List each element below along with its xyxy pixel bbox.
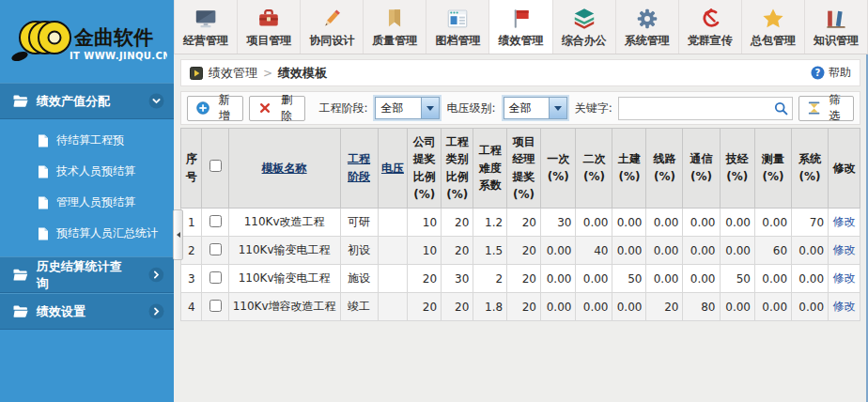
- tab-collab-design[interactable]: 协同设计: [301, 0, 364, 54]
- tab-project-mgmt[interactable]: 项目管理: [238, 0, 301, 54]
- cell-template-name: 110Kv增容改造工程: [228, 293, 340, 321]
- tab-quality-mgmt[interactable]: 质量管理: [364, 0, 426, 54]
- cell-line: 0.00: [646, 265, 683, 293]
- sidebar-item-pending-settlement[interactable]: 待结算工程预: [0, 125, 174, 156]
- cell-company-ratio: 20: [408, 265, 442, 293]
- col-tech-econ: 技经(%): [720, 129, 754, 209]
- cell-seq: 3: [181, 265, 202, 293]
- breadcrumb-separator: >: [263, 67, 272, 80]
- sidebar-group-performance-output[interactable]: 绩效产值分配: [0, 83, 174, 119]
- tab-general-office[interactable]: 综合办公: [553, 0, 616, 54]
- sidebar-item-presettlement-summary[interactable]: 预结算人员汇总统计: [0, 218, 174, 249]
- filter-button-label: 筛选: [825, 92, 845, 124]
- cell-select: [202, 237, 228, 265]
- voltage-filter-value: 全部: [504, 98, 549, 118]
- sidebar-group-history-stats[interactable]: 历史结算统计查询: [0, 256, 174, 293]
- cell-civil: 0.00: [612, 237, 646, 265]
- cell-pm-bonus: 20: [507, 293, 541, 321]
- cell-secondary: 0.00: [576, 209, 612, 237]
- tab-business-mgmt[interactable]: 经营管理: [175, 0, 238, 54]
- sort-stage[interactable]: 工程阶段: [348, 152, 370, 183]
- sidebar-group-label: 历史结算统计查询: [37, 258, 132, 292]
- cell-stage: 施设: [340, 265, 378, 293]
- sidebar-group-performance-settings[interactable]: 绩效设置: [0, 293, 174, 330]
- row-checkbox[interactable]: [209, 300, 222, 312]
- help-button[interactable]: ? 帮助: [811, 65, 851, 81]
- delete-button[interactable]: 删除: [249, 96, 305, 121]
- keyword-input-wrap: [618, 97, 793, 120]
- sidebar-item-label: 技术人员预结算: [56, 163, 135, 179]
- cell-voltage: [378, 293, 408, 321]
- sidebar-item-tech-presettlement[interactable]: 技术人员预结算: [0, 156, 174, 187]
- browser-window-icon: [445, 5, 470, 31]
- cell-seq: 1: [181, 209, 202, 237]
- edit-link[interactable]: 修改: [833, 271, 856, 285]
- monitor-icon: [194, 5, 218, 31]
- sidebar-filler: [0, 330, 174, 402]
- layers-icon: [572, 5, 597, 31]
- stage-filter-value: 全部: [376, 98, 420, 118]
- cell-civil: 50: [612, 265, 646, 293]
- tab-party-publicity[interactable]: 党群宣传: [679, 0, 742, 54]
- sidebar-item-label: 管理人员预结算: [56, 194, 135, 210]
- cell-voltage: [378, 265, 408, 293]
- voltage-filter-select[interactable]: 全部: [504, 97, 567, 119]
- brand-name: 金曲软件: [73, 26, 153, 49]
- keyword-input[interactable]: [618, 97, 793, 120]
- col-comm: 通信(%): [683, 129, 720, 209]
- sort-template-name[interactable]: 模板名称: [262, 162, 307, 175]
- row-checkbox[interactable]: [209, 215, 222, 227]
- tab-performance-mgmt[interactable]: 绩效管理: [489, 0, 552, 54]
- cell-tech-econ: 0.00: [720, 209, 754, 237]
- row-checkbox[interactable]: [209, 243, 222, 255]
- sidebar-item-manager-presettlement[interactable]: 管理人员预结算: [0, 187, 174, 218]
- brand-logo: 金曲软件 IT WWW.JINQU.CN: [0, 0, 174, 83]
- cell-comm: 0.00: [683, 265, 720, 293]
- keyword-label: 关键字:: [575, 100, 612, 116]
- cell-stage: 竣工: [340, 293, 378, 321]
- cell-pm-bonus: 20: [507, 265, 541, 293]
- help-icon: ?: [811, 66, 825, 80]
- tab-system-mgmt[interactable]: 系统管理: [616, 0, 679, 54]
- edit-link[interactable]: 修改: [833, 243, 856, 256]
- cell-pm-bonus: 20: [507, 237, 541, 265]
- jinqu-logo-icon: 金曲软件 IT WWW.JINQU.CN: [8, 14, 167, 69]
- cell-template-name: 110Kv输变电工程: [228, 265, 340, 293]
- cell-survey: 0.00: [754, 293, 791, 321]
- cell-seq: 2: [181, 237, 202, 265]
- col-secondary: 二次(%): [576, 129, 612, 209]
- file-icon: [38, 227, 49, 240]
- cell-system: 0.00: [792, 293, 829, 321]
- chevron-down-icon: [549, 98, 566, 118]
- cell-primary: 0.00: [540, 293, 575, 321]
- edit-link[interactable]: 修改: [833, 215, 856, 228]
- select-all-checkbox[interactable]: [209, 160, 222, 172]
- filter-button[interactable]: 筛选: [798, 96, 854, 121]
- sidebar-group-label: 绩效设置: [37, 303, 85, 320]
- tab-general-contract-mgmt[interactable]: 总包管理: [742, 0, 805, 54]
- tab-knowledge-mgmt[interactable]: 知识管理: [805, 0, 868, 54]
- edit-link[interactable]: 修改: [833, 300, 856, 313]
- add-button-label: 新增: [214, 92, 234, 124]
- sidebar-collapse-handle[interactable]: [173, 209, 183, 260]
- chevron-right-icon: [148, 303, 164, 319]
- row-checkbox[interactable]: [209, 271, 222, 284]
- file-icon: [38, 165, 49, 178]
- add-button[interactable]: 新增: [187, 96, 243, 121]
- sort-voltage[interactable]: 电压: [381, 162, 404, 175]
- cell-stage: 可研: [340, 209, 378, 237]
- col-category-ratio: 工程类别比例(%): [442, 129, 473, 209]
- templates-table: 序号 模板名称 工程阶段 电压 公司提奖比例(%) 工程类别比例(%) 工程难度…: [180, 128, 860, 321]
- pencil-icon: [319, 5, 344, 31]
- cell-line: 0.00: [646, 237, 683, 265]
- cell-tech-econ: 50: [720, 265, 754, 293]
- cell-voltage: [378, 237, 408, 265]
- cell-select: [202, 265, 228, 293]
- cell-company-ratio: 20: [408, 293, 442, 321]
- svg-text:?: ?: [815, 68, 821, 78]
- stage-filter-select[interactable]: 全部: [375, 97, 439, 119]
- breadcrumb-section[interactable]: 绩效管理: [209, 65, 257, 82]
- col-voltage: 电压: [378, 129, 408, 209]
- cell-category-ratio: 20: [442, 293, 473, 321]
- tab-document-mgmt[interactable]: 图档管理: [426, 0, 489, 54]
